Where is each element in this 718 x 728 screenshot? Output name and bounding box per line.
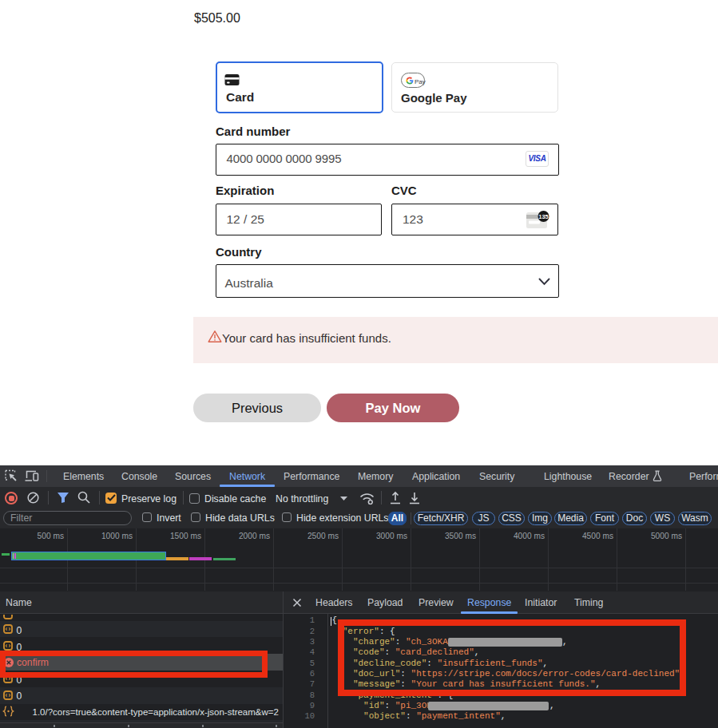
svg-text:135: 135 (538, 213, 549, 220)
